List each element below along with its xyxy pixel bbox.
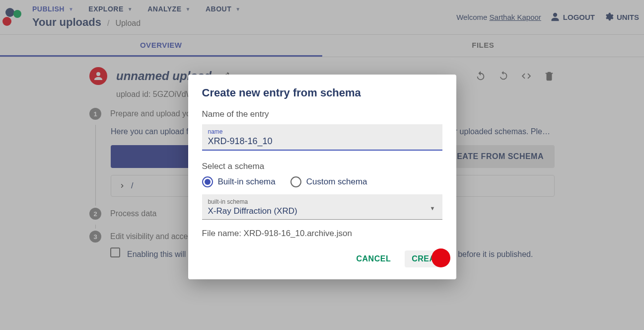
schema-section-label: Select a schema (202, 162, 442, 171)
schema-select[interactable]: built-in schema X-Ray Diffraction (XRD) … (202, 194, 442, 220)
radio-icon (290, 176, 301, 187)
create-button[interactable]: CREA (405, 250, 442, 267)
filename-label: File name: (202, 229, 244, 238)
name-text-field[interactable]: name (202, 124, 442, 151)
highlight-dot-icon (431, 248, 450, 267)
dialog-actions: CANCEL CREA (202, 250, 442, 267)
filename-value: XRD-918-16_10.archive.json (244, 229, 352, 238)
create-entry-dialog: Create new entry from schema Name of the… (188, 75, 456, 279)
cancel-button[interactable]: CANCEL (349, 250, 398, 267)
radio-custom[interactable]: Custom schema (290, 176, 367, 187)
radio-icon (202, 176, 213, 187)
dropdown-arrow-icon: ▼ (430, 205, 435, 211)
dialog-title: Create new entry from schema (202, 86, 442, 99)
schema-select-value: X-Ray Diffraction (XRD) (208, 206, 436, 216)
radio-builtin[interactable]: Built-in schema (202, 176, 276, 187)
radio-custom-label: Custom schema (306, 177, 367, 187)
schema-radio-group: Built-in schema Custom schema (202, 176, 442, 187)
name-input[interactable] (208, 136, 436, 147)
filename-display: File name: XRD-918-16_10.archive.json (202, 229, 442, 239)
modal-overlay[interactable]: Create new entry from schema Name of the… (0, 0, 644, 330)
name-section-label: Name of the entry (202, 109, 442, 119)
name-field-label: name (208, 128, 436, 135)
radio-builtin-label: Built-in schema (218, 177, 276, 187)
schema-select-label: built-in schema (208, 198, 436, 205)
